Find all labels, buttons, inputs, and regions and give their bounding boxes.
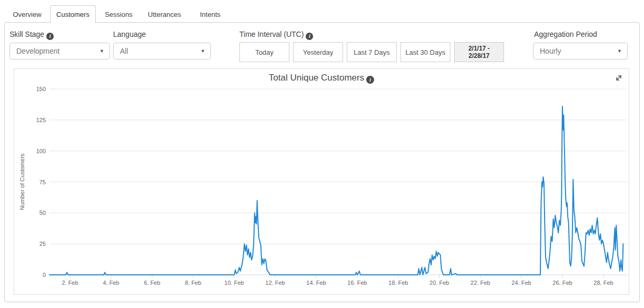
svg-text:25: 25 [39, 241, 46, 247]
info-icon[interactable]: i [46, 33, 54, 40]
date-range-end: 2/28/17 [468, 52, 489, 59]
svg-text:10. Feb: 10. Feb [224, 280, 244, 286]
svg-text:4. Feb: 4. Feb [103, 280, 119, 286]
tab-sessions[interactable]: Sessions [96, 5, 142, 22]
customers-line-chart-plot[interactable]: 02550751001251502. Feb4. Feb6. Feb8. Feb… [14, 69, 629, 294]
svg-text:8. Feb: 8. Feb [185, 280, 201, 286]
svg-text:24. Feb: 24. Feb [511, 280, 531, 286]
tab-intents[interactable]: Intents [187, 5, 233, 22]
analytics-tab-bar: Overview Customers Sessions Utterances I… [4, 5, 233, 23]
customers-panel: Skill Stagei Development ▼ Language All … [4, 22, 640, 302]
time-interval-buttons: Today Yesterday Last 7 Days Last 30 Days… [239, 42, 504, 62]
svg-text:6. Feb: 6. Feb [144, 280, 160, 286]
date-range-start: 2/1/17 - [468, 45, 490, 52]
language-dropdown[interactable]: All ▼ [113, 43, 211, 59]
language-label: Language [113, 30, 146, 38]
aggregation-period-label: Aggregation Period [534, 30, 597, 38]
tab-overview[interactable]: Overview [4, 5, 50, 22]
yesterday-button[interactable]: Yesterday [293, 42, 343, 62]
svg-text:75: 75 [39, 179, 46, 185]
expand-chart-icon[interactable] [614, 73, 623, 83]
info-icon[interactable]: i [306, 33, 313, 40]
svg-text:22. Feb: 22. Feb [470, 280, 490, 286]
today-button[interactable]: Today [239, 42, 289, 62]
svg-text:Number of Customers: Number of Customers [19, 153, 25, 210]
aggregation-period-dropdown[interactable]: Hourly ▼ [533, 43, 628, 59]
svg-text:28. Feb: 28. Feb [593, 280, 613, 286]
last-30-days-button[interactable]: Last 30 Days [400, 42, 450, 62]
chart-title-text: Total Unique Customers [269, 73, 364, 83]
info-icon[interactable]: i [366, 76, 374, 84]
total-unique-customers-chart: Total Unique Customersi 0255075100125150… [14, 68, 629, 295]
svg-text:14. Feb: 14. Feb [306, 280, 326, 286]
chevron-down-icon: ▼ [617, 43, 622, 59]
svg-text:150: 150 [36, 86, 46, 92]
svg-text:18. Feb: 18. Feb [388, 280, 408, 286]
svg-text:16. Feb: 16. Feb [347, 280, 367, 286]
svg-text:100: 100 [36, 148, 46, 154]
tab-utterances[interactable]: Utterances [142, 5, 187, 22]
time-interval-label-text: Time Interval (UTC) [239, 30, 304, 38]
svg-text:26. Feb: 26. Feb [552, 280, 572, 286]
time-interval-label: Time Interval (UTC)i [239, 30, 313, 40]
svg-text:2. Feb: 2. Feb [62, 280, 78, 286]
custom-date-range-button[interactable]: 2/1/17 - 2/28/17 [454, 42, 504, 62]
svg-text:20. Feb: 20. Feb [429, 280, 449, 286]
last-7-days-button[interactable]: Last 7 Days [347, 42, 397, 62]
skill-stage-label-text: Skill Stage [9, 30, 44, 38]
tab-customers[interactable]: Customers [50, 5, 96, 23]
chart-title: Total Unique Customersi [14, 73, 629, 84]
chevron-down-icon: ▼ [99, 43, 104, 59]
svg-text:12. Feb: 12. Feb [265, 280, 285, 286]
svg-text:50: 50 [39, 210, 46, 216]
svg-text:125: 125 [36, 117, 46, 123]
svg-text:0: 0 [43, 272, 46, 278]
language-value: All [120, 43, 128, 59]
skill-stage-dropdown[interactable]: Development ▼ [9, 43, 110, 59]
aggregation-period-value: Hourly [540, 43, 561, 59]
skill-stage-label: Skill Stagei [9, 30, 54, 40]
skill-stage-value: Development [16, 43, 60, 59]
chevron-down-icon: ▼ [200, 43, 205, 59]
